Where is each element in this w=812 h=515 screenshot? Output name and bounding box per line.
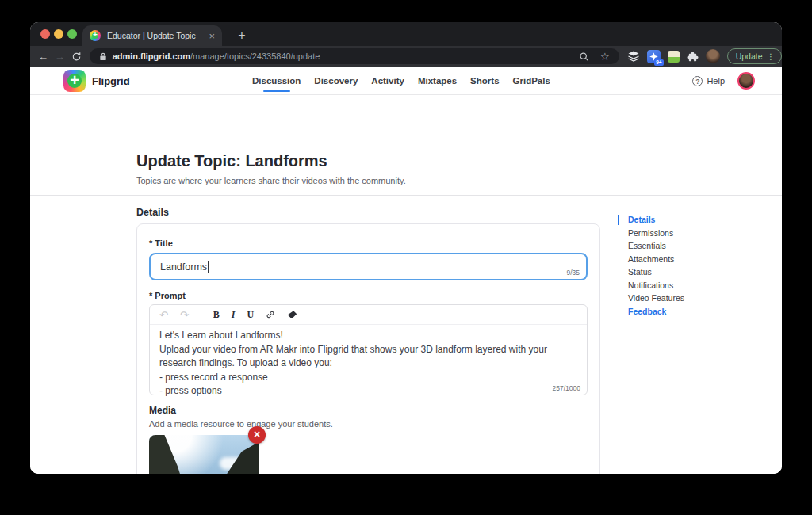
section-heading-details: Details	[136, 207, 169, 218]
lock-icon	[99, 52, 107, 61]
forward-button[interactable]: →	[52, 51, 68, 63]
prompt-text[interactable]: Let's Learn about Landforms! Upload your…	[150, 325, 587, 402]
toolbar-separator	[201, 309, 201, 320]
title-field-label: * Title	[149, 238, 173, 248]
sidebar-item-status[interactable]: Status	[628, 268, 684, 277]
site-header: Flipgrid Discussion Discovery Activity M…	[30, 67, 782, 95]
search-icon[interactable]	[579, 52, 589, 62]
sidebar-item-permissions[interactable]: Permissions	[628, 229, 684, 238]
browser-profile-avatar[interactable]	[706, 49, 720, 63]
green-extension-icon[interactable]	[668, 51, 680, 63]
profile-avatar[interactable]	[737, 72, 755, 90]
sidebar-item-essentials[interactable]: Essentials	[628, 242, 684, 250]
main-nav: Discussion Discovery Activity Mixtapes S…	[252, 67, 550, 95]
help-button[interactable]: ? Help	[692, 67, 725, 95]
prompt-field-label: * Prompt	[149, 291, 186, 300]
bold-button[interactable]: B	[213, 310, 220, 319]
sidebar-item-details[interactable]: Details	[628, 216, 684, 224]
nav-item-shorts[interactable]: Shorts	[470, 76, 499, 86]
nav-item-gridpals[interactable]: GridPals	[513, 76, 550, 86]
prompt-line: Let's Learn about Landforms!	[159, 329, 577, 343]
help-label: Help	[707, 76, 725, 86]
hero-divider	[30, 195, 782, 196]
prompt-line: - press record a response	[159, 371, 577, 385]
url-path: /manage/topics/24335840/update	[190, 52, 320, 61]
prompt-char-counter: 257/1000	[553, 384, 580, 392]
underline-button[interactable]: U	[247, 310, 255, 319]
undo-button[interactable]: ↶	[159, 310, 168, 320]
title-char-counter: 9/35	[566, 269, 580, 277]
text-caret	[208, 261, 209, 273]
page-subtitle: Topics are where your learners share the…	[136, 176, 406, 185]
close-window-icon[interactable]	[40, 29, 50, 39]
chrome-update-menu-icon[interactable]: ⋮	[766, 52, 775, 61]
redo-button[interactable]: ↷	[180, 310, 189, 320]
nav-item-mixtapes[interactable]: Mixtapes	[418, 76, 457, 86]
eraser-button[interactable]	[287, 310, 297, 319]
url-domain: admin.flipgrid.com	[113, 52, 190, 61]
nav-item-activity[interactable]: Activity	[371, 76, 404, 86]
url-text: admin.flipgrid.com/manage/topics/2433584…	[113, 52, 320, 61]
bookmark-star-icon[interactable]: ☆	[600, 52, 610, 62]
zoom-window-icon[interactable]	[67, 29, 77, 39]
italic-button[interactable]: I	[232, 310, 236, 319]
page-content: Flipgrid Discussion Discovery Activity M…	[30, 67, 782, 474]
sidebar-item-notifications[interactable]: Notifications	[628, 281, 684, 290]
help-question-icon: ?	[692, 76, 703, 86]
link-button[interactable]	[266, 310, 275, 319]
sidebar-item-attachments[interactable]: Attachments	[628, 255, 684, 264]
editor-toolbar: ↶ ↷ B I U	[150, 305, 587, 325]
new-tab-button[interactable]: +	[232, 25, 252, 46]
minimize-window-icon[interactable]	[54, 29, 63, 39]
sidebar-item-video-features[interactable]: Video Features	[628, 294, 684, 303]
layers-extension-icon[interactable]	[627, 50, 640, 63]
extensions-puzzle-icon[interactable]	[687, 51, 699, 63]
title-input-value: Landforms	[160, 261, 207, 273]
brand-name: Flipgrid	[92, 75, 130, 87]
nav-item-discussion[interactable]: Discussion	[252, 76, 301, 86]
flipgrid-logo-icon	[63, 70, 86, 92]
chrome-update-label: Update	[736, 52, 763, 61]
address-bar[interactable]: admin.flipgrid.com/manage/topics/2433584…	[90, 48, 619, 64]
details-card: * Title Landforms 9/35 * Prompt ↶ ↷ B I …	[136, 223, 600, 474]
title-input[interactable]: Landforms 9/35	[149, 253, 588, 280]
tab-title: Educator | Update Topic	[107, 31, 204, 40]
browser-window: Educator | Update Topic × + ← → admin.fl…	[30, 22, 782, 474]
nav-item-discovery[interactable]: Discovery	[314, 76, 358, 86]
sidebar-item-feedback[interactable]: Feedback	[628, 307, 684, 316]
reload-button[interactable]	[68, 52, 85, 62]
back-button[interactable]: ←	[35, 51, 52, 63]
prompt-line: Upload your video from AR Makr into Flip…	[159, 343, 577, 371]
flipgrid-favicon-icon	[90, 30, 101, 41]
tab-close-icon[interactable]: ×	[209, 30, 215, 42]
media-description: Add a media resource to engage your stud…	[149, 419, 333, 429]
prompt-line: - press options	[159, 384, 577, 399]
media-thumbnail	[149, 435, 259, 474]
media-label: Media	[149, 405, 176, 416]
toolbar-extensions: 9+ Update ⋮	[627, 48, 782, 64]
sidebar-active-indicator	[618, 215, 619, 225]
extension-badge: 9+	[654, 59, 663, 66]
browser-toolbar: ← → admin.flipgrid.com/manage/topics/243…	[30, 46, 782, 67]
chrome-update-button[interactable]: Update ⋮	[727, 48, 782, 64]
badge-extension-icon[interactable]: 9+	[647, 50, 661, 63]
remove-media-button[interactable]: ×	[248, 426, 266, 444]
browser-tab-bar: Educator | Update Topic × +	[30, 22, 782, 46]
section-sidebar: Details Permissions Essentials Attachmen…	[628, 216, 684, 316]
active-nav-underline	[263, 90, 290, 93]
page-title: Update Topic: Landforms	[136, 152, 327, 170]
prompt-editor[interactable]: ↶ ↷ B I U Let's Learn about Landforms! U…	[149, 304, 588, 395]
browser-tab[interactable]: Educator | Update Topic ×	[82, 25, 222, 46]
